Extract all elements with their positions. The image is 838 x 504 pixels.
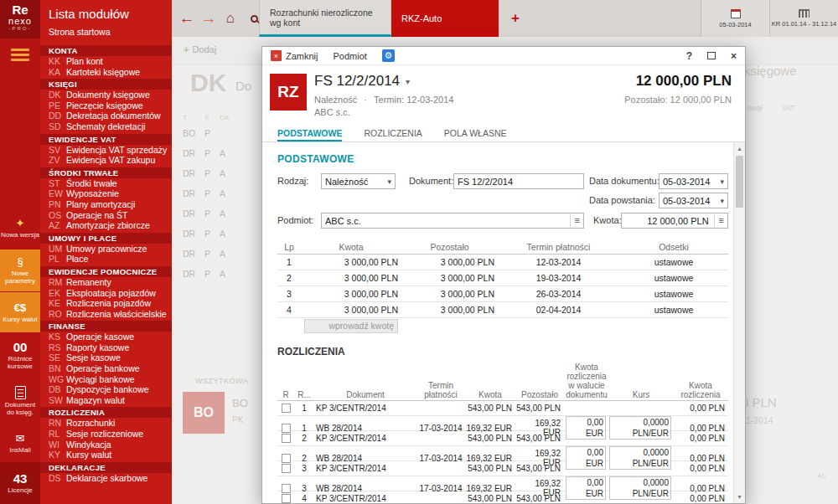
settlements-table-body: 1KP 3/CENTR/2014543,00 PLN543,00 PLN0,00… (277, 401, 728, 503)
sidebar-item-st[interactable]: STŚrodki trwałe (40, 178, 172, 189)
kwota-waluta-input[interactable]: 0,00 EUR (566, 416, 606, 440)
kurs-input[interactable]: 0,0000 PLN/EUR (609, 416, 671, 440)
sidebar-item-kk[interactable]: KKPlan kont (40, 56, 172, 67)
amount-entry-input[interactable]: wprowadź kwotę (304, 319, 398, 333)
sidebar-item-pn[interactable]: PNPlany amortyzacji (40, 199, 172, 210)
dialog-scrollbar[interactable]: ▴ ▾ (733, 142, 745, 503)
row-checkbox[interactable] (282, 434, 291, 443)
list-menu-icon[interactable]: ≡ (714, 214, 724, 227)
sidebar-item-pe[interactable]: PEPieczęcie księgowe (40, 100, 172, 111)
kwota-cell: 543,00 PLN (465, 464, 515, 473)
sidebar-item-db[interactable]: DBDyspozycje bankowe (40, 384, 172, 395)
settings-gear-icon[interactable]: ⚙ (382, 49, 395, 62)
sidebar-item-se[interactable]: SESesje kasowe (40, 352, 172, 363)
sidebar-item-sw[interactable]: SWMagazyn walut (40, 395, 172, 406)
close-menu-item[interactable]: × Zamknij (271, 50, 318, 61)
home-icon[interactable]: ⌂ (220, 0, 241, 37)
document-type-badge: RZ (270, 74, 307, 111)
dokument-input[interactable]: FS 12/2/2014 (453, 173, 584, 189)
schedule-row[interactable]: 33 000,00 PLN3 000,00 PLN26-03-2014ustaw… (277, 286, 728, 302)
row-checkbox[interactable] (282, 404, 291, 413)
close-button[interactable]: × (731, 50, 737, 62)
rail-item-exchange-differences[interactable]: 00 Różnice kursowe (0, 336, 40, 374)
sidebar-item-ek[interactable]: EKEksploatacja pojazdów (40, 288, 172, 299)
row-checkbox[interactable] (282, 454, 291, 463)
rail-item-licenses[interactable]: 43 Licencje (0, 462, 40, 504)
data-dokumentu-select[interactable]: 05-03-2014 ▾ (659, 173, 728, 189)
settlement-row[interactable]: 3WB 28/201417-03-2014169,32 EUR169,32 EU… (277, 476, 728, 491)
schedule-row[interactable]: 43 000,00 PLN3 000,00 PLN02-04-2014ustaw… (277, 302, 728, 318)
sidebar-item-rn[interactable]: RNRozrachunki (40, 418, 172, 429)
module-code: RO (49, 309, 63, 320)
kwota-waluta-input[interactable]: 0,00 EUR (566, 446, 606, 470)
tab-rkz-auto[interactable]: RKZ-Auto (391, 0, 499, 37)
sidebar-item-zv[interactable]: ZVEwidencja VAT zakupu (40, 155, 172, 166)
sidebar-item-bn[interactable]: BNOperacje bankowe (40, 363, 172, 374)
sidebar-item-wg[interactable]: WGWyciągi bankowe (40, 374, 172, 385)
help-button[interactable]: ? (686, 50, 692, 62)
rodzaj-select[interactable]: Należność ▾ (321, 173, 396, 189)
settlement-row[interactable]: 2WB 28/201417-03-2014169,32 EUR169,32 EU… (277, 446, 728, 461)
forward-icon[interactable]: → (199, 0, 219, 37)
kurs-input[interactable]: 0,0000 PLN/EUR (609, 476, 671, 500)
settlement-row[interactable]: 1WB 28/201417-03-2014169,32 EUR169,32 EU… (277, 416, 728, 431)
date-widget[interactable]: 05-03-2014 (701, 0, 769, 37)
rail-item-exchange-rates[interactable]: €$ Kursy walut (0, 292, 40, 332)
sidebar-item-ro[interactable]: RORozliczenia właścicielskie (40, 309, 172, 320)
podmiot-menu-item[interactable]: Podmiot (334, 51, 367, 61)
period-widget[interactable]: KR 01.01.14 - 31.12.14 (769, 0, 838, 37)
column-header: R (277, 390, 294, 402)
kurs-input[interactable]: 0,0000 PLN/EUR (609, 446, 671, 470)
schedule-row[interactable]: 13 000,00 PLN3 000,00 PLN12-03-2014ustaw… (277, 255, 728, 270)
scroll-down-icon[interactable]: ▾ (734, 491, 745, 502)
row-checkbox[interactable] (282, 464, 291, 473)
sidebar-item-rs[interactable]: RSRaporty kasowe (40, 342, 172, 353)
sidebar-item-ky[interactable]: KYKursy walut (40, 450, 172, 460)
row-checkbox[interactable] (282, 484, 291, 493)
rail-item-label: Nowa wersja (1, 231, 39, 239)
sidebar-item-sd[interactable]: SDSchematy dekretacji (40, 121, 172, 132)
list-menu-icon[interactable]: ≡ (570, 214, 580, 227)
sidebar-item-ew[interactable]: EWWyposażenie (40, 188, 172, 199)
back-icon[interactable]: ← (177, 0, 197, 37)
envelope-icon: ✉ (16, 433, 25, 445)
sidebar-item-rm[interactable]: RMRemanenty (40, 277, 172, 288)
scrollbar-thumb[interactable] (736, 156, 743, 208)
tab-pola-wlasne[interactable]: POLA WŁASNE (444, 126, 507, 141)
maximize-button[interactable] (707, 50, 716, 62)
sidebar-item-sv[interactable]: SVEwidencja VAT sprzedaży (40, 145, 172, 156)
sidebar-item-ke[interactable]: KERozliczenia pojazdów (40, 298, 172, 309)
rail-item-new-parameters[interactable]: § Nowe parametry (0, 249, 40, 291)
sidebar-item-home[interactable]: Strona startowa (40, 24, 172, 44)
tab-rozliczenia[interactable]: ROZLICZENIA (364, 126, 422, 141)
sidebar-item-pl[interactable]: PLPłace (40, 254, 172, 265)
row-checkbox[interactable] (282, 424, 291, 433)
sidebar-item-ds[interactable]: DSDeklaracje skarbowe (40, 473, 172, 484)
sidebar-item-ks[interactable]: KSOperacje kasowe (40, 332, 172, 342)
sidebar-item-rl[interactable]: RLSesje rozliczeniowe (40, 429, 172, 440)
rail-item-new-version[interactable]: ✦ Nowa wersja (0, 209, 40, 246)
sidebar-item-ka[interactable]: KAKartoteki księgowe (40, 67, 172, 78)
sidebar-item-dd[interactable]: DDDekretacja dokumentów (40, 111, 172, 121)
document-title[interactable]: FS 12/2/2014 ▾ (314, 73, 410, 90)
sidebar-item-dk[interactable]: DKDokumenty księgowe (40, 90, 172, 100)
kwota-input[interactable]: 12 000,00 PLN ≡ (621, 213, 728, 229)
new-tab-button[interactable]: + (505, 0, 525, 37)
kwota-waluta-input[interactable]: 0,00 EUR (566, 476, 606, 500)
sidebar-item-wi[interactable]: WIWindykacja (40, 440, 172, 450)
podmiot-value: ABC s.c. (325, 216, 361, 226)
row-checkbox[interactable] (282, 494, 291, 503)
rail-item-insmail[interactable]: ✉ InsMail (0, 426, 40, 460)
podmiot-input[interactable]: ABC s.c. ≡ (321, 213, 584, 229)
menu-icon[interactable] (11, 49, 29, 64)
data-powstania-select[interactable]: 05-03-2014 ▾ (659, 193, 728, 208)
schedule-row[interactable]: 23 000,00 PLN3 000,00 PLN19-03-2014ustaw… (277, 270, 728, 286)
tab-podstawowe[interactable]: PODSTAWOWE (277, 126, 342, 141)
sidebar-item-os[interactable]: OSOperacje na ŚT (40, 210, 172, 221)
tab-rozrachunki[interactable]: Rozrachunki nierozliczone wg kont (259, 0, 391, 37)
settlement-row[interactable]: 1KP 3/CENTR/2014543,00 PLN543,00 PLN0,00… (277, 401, 728, 416)
scroll-up-icon[interactable]: ▴ (734, 143, 745, 154)
rail-item-document-to-post[interactable]: Dokument do księg. (0, 378, 40, 424)
sidebar-item-az[interactable]: AZAmortyzacje zbiorcze (40, 220, 172, 231)
sidebar-item-um[interactable]: UMUmowy pracownicze (40, 244, 172, 255)
